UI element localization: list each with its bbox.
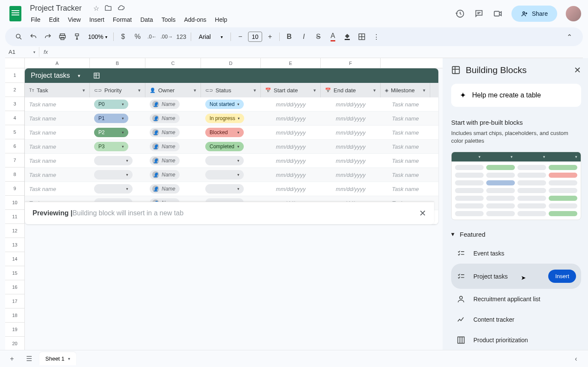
milestone-cell[interactable]: Task name <box>381 115 430 122</box>
more-tools-icon[interactable]: ⋮ <box>369 30 383 44</box>
menu-tools[interactable]: Tools <box>158 15 179 25</box>
task-cell[interactable]: Task name <box>25 186 90 192</box>
start-date-cell[interactable]: mm/dd/yyyy <box>261 101 321 108</box>
end-date-cell[interactable]: mm/dd/yyyy <box>321 129 381 136</box>
row-header[interactable]: 20 <box>5 337 25 350</box>
owner-cell[interactable]: 👤Name <box>145 100 201 109</box>
task-cell[interactable]: Task name <box>25 115 90 122</box>
paint-format-icon[interactable] <box>70 30 84 44</box>
column-header[interactable]: D <box>201 58 261 68</box>
preview-close-icon[interactable]: ✕ <box>419 208 426 218</box>
row-header[interactable]: 1 <box>5 68 25 83</box>
start-date-cell[interactable]: mm/dd/yyyy <box>261 129 321 136</box>
start-date-cell[interactable]: mm/dd/yyyy <box>261 115 321 122</box>
decimal-decrease-icon[interactable]: .0← <box>145 30 159 44</box>
text-color-icon[interactable]: A <box>326 30 340 44</box>
account-avatar[interactable] <box>566 6 581 21</box>
history-icon[interactable] <box>455 9 465 19</box>
menu-edit[interactable]: Edit <box>46 15 63 25</box>
end-date-cell[interactable]: mm/dd/yyyy <box>321 101 381 108</box>
collapse-toolbar-icon[interactable]: ⌃ <box>562 30 576 44</box>
row-header[interactable]: 2 <box>5 83 25 97</box>
column-header[interactable]: F <box>321 58 381 68</box>
end-date-cell[interactable]: mm/dd/yyyy <box>321 158 381 164</box>
print-icon[interactable] <box>56 30 69 44</box>
add-sheet-icon[interactable]: + <box>5 352 19 366</box>
block-header-start-date[interactable]: 📅Start date▾ <box>261 83 321 97</box>
end-date-cell[interactable]: mm/dd/yyyy <box>321 144 381 150</box>
block-header-task[interactable]: TтTask▾ <box>25 83 90 97</box>
all-sheets-icon[interactable]: ☰ <box>22 352 36 366</box>
feature-recruitment-applicant-list[interactable]: Recruitment applicant list <box>451 289 581 309</box>
row-header[interactable]: 18 <box>5 308 25 323</box>
panel-close-icon[interactable]: ✕ <box>574 65 581 75</box>
block-header-end-date[interactable]: 📅End date▾ <box>321 83 381 97</box>
status-cell[interactable]: In progress▾ <box>201 114 261 123</box>
priority-cell[interactable]: ▾ <box>90 156 145 165</box>
end-date-cell[interactable]: mm/dd/yyyy <box>321 172 381 178</box>
block-header-priority[interactable]: ⊂⊃Priority▾ <box>90 83 145 97</box>
borders-icon[interactable] <box>355 30 369 44</box>
menu-help[interactable]: Help <box>212 15 231 25</box>
name-box[interactable]: A1▾ <box>5 47 39 57</box>
redo-icon[interactable] <box>41 30 55 44</box>
row-header[interactable]: 14 <box>5 252 25 266</box>
expand-side-panel-icon[interactable]: ‹ <box>569 352 583 366</box>
column-header[interactable]: E <box>261 58 321 68</box>
font-size-decrease[interactable]: − <box>233 30 247 44</box>
font-select[interactable]: Arial ▾ <box>194 32 228 42</box>
row-header[interactable]: 16 <box>5 280 25 294</box>
owner-cell[interactable]: 👤Name <box>145 142 201 151</box>
start-date-cell[interactable]: mm/dd/yyyy <box>261 172 321 178</box>
meet-icon[interactable] <box>493 9 503 19</box>
row-header[interactable]: 9 <box>5 182 25 196</box>
block-title-chevron-icon[interactable]: ▾ <box>78 73 80 79</box>
priority-cell[interactable]: P1▾ <box>90 114 145 123</box>
milestone-cell[interactable]: Task name <box>381 144 430 150</box>
milestone-cell[interactable]: Task name <box>381 172 430 178</box>
feature-product-prioritization[interactable]: Product prioritization <box>451 330 581 350</box>
move-icon[interactable] <box>104 4 112 12</box>
row-header[interactable]: 7 <box>5 153 25 167</box>
start-date-cell[interactable]: mm/dd/yyyy <box>261 186 321 192</box>
table-options-icon[interactable] <box>93 72 100 79</box>
end-date-cell[interactable]: mm/dd/yyyy <box>321 186 381 192</box>
star-icon[interactable]: ☆ <box>93 4 99 12</box>
bold-icon[interactable]: B <box>282 30 296 44</box>
menu-add-ons[interactable]: Add-ons <box>180 15 210 25</box>
block-header-milestone[interactable]: ◈Milestone▾ <box>381 83 430 97</box>
undo-icon[interactable] <box>27 30 40 44</box>
status-cell[interactable]: Not started▾ <box>201 100 261 109</box>
task-cell[interactable]: Task name <box>25 158 90 164</box>
row-header[interactable]: 13 <box>5 238 25 252</box>
share-button[interactable]: Share <box>511 6 557 22</box>
milestone-cell[interactable]: Task name <box>381 129 430 136</box>
task-cell[interactable]: Task name <box>25 101 90 108</box>
sheets-logo[interactable] <box>7 5 24 22</box>
menu-file[interactable]: File <box>27 15 44 25</box>
column-header[interactable]: C <box>145 58 201 68</box>
font-size-increase[interactable]: + <box>263 30 277 44</box>
block-header-owner[interactable]: 👤Owner▾ <box>145 83 201 97</box>
number-format-icon[interactable]: 123 <box>174 30 188 44</box>
row-header[interactable]: 4 <box>5 111 25 125</box>
zoom-select[interactable]: 100% ▾ <box>85 32 111 42</box>
start-date-cell[interactable]: mm/dd/yyyy <box>261 158 321 164</box>
insert-button[interactable]: Insert <box>548 270 576 283</box>
sheet-tab[interactable]: Sheet 1▾ <box>39 352 76 365</box>
task-cell[interactable]: Task name <box>25 144 90 150</box>
milestone-cell[interactable]: Task name <box>381 158 430 164</box>
percent-icon[interactable]: % <box>131 30 145 44</box>
search-icon[interactable] <box>12 30 26 44</box>
row-header[interactable]: 12 <box>5 224 25 238</box>
status-cell[interactable]: ▾ <box>201 184 261 194</box>
row-header[interactable]: 10 <box>5 196 25 210</box>
row-header[interactable]: 3 <box>5 97 25 111</box>
owner-cell[interactable]: 👤Name <box>145 156 201 165</box>
row-header[interactable]: 19 <box>5 323 25 337</box>
menu-format[interactable]: Format <box>109 15 135 25</box>
cloud-status-icon[interactable] <box>117 4 125 12</box>
status-cell[interactable]: Blocked▾ <box>201 128 261 137</box>
owner-cell[interactable]: 👤Name <box>145 128 201 137</box>
row-header[interactable]: 6 <box>5 139 25 153</box>
